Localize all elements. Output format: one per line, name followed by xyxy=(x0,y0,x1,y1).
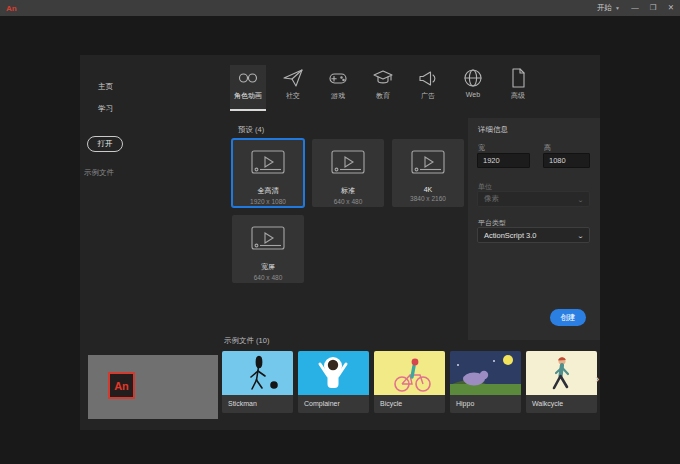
video-preset-icon xyxy=(249,225,287,259)
category-label: 游戏 xyxy=(331,91,345,101)
sample-name: Stickman xyxy=(222,395,293,413)
details-panel: 详细信息 宽 高 单位 像素 ⌄ 平台类型 ActionScript 3.0 ⌄… xyxy=(468,118,600,340)
hippo-art xyxy=(450,351,521,395)
height-label: 高 xyxy=(544,143,551,153)
width-input[interactable] xyxy=(477,153,530,168)
preset-card[interactable]: 标准 640 x 480 xyxy=(312,139,384,207)
sidebar-item-home[interactable]: 主页 xyxy=(88,79,206,95)
category-label: 社交 xyxy=(286,91,300,101)
sample-file-card[interactable]: Walkcycle xyxy=(526,351,597,413)
preset-name: 全高清 xyxy=(258,186,279,196)
preset-size: 640 x 480 xyxy=(334,198,363,205)
platform-value: ActionScript 3.0 xyxy=(484,231,537,240)
gamepad-icon xyxy=(327,67,349,89)
category-tab[interactable]: 社交 xyxy=(275,65,311,109)
stickman-art xyxy=(222,351,293,395)
megaphone-icon xyxy=(417,67,439,89)
next-samples-chevron[interactable]: › xyxy=(595,372,599,385)
preset-card[interactable]: 宽屏 640 x 480 xyxy=(232,215,304,283)
sample-file-card[interactable]: Stickman xyxy=(222,351,293,413)
document-icon xyxy=(507,67,529,89)
samples-heading: 示例文件 (10) xyxy=(224,336,269,346)
sample-file-card[interactable]: Bicycle xyxy=(374,351,445,413)
preset-grid: 全高清 1920 x 1080 标准 640 x 480 xyxy=(232,139,472,283)
sample-name: Complainer xyxy=(298,395,369,413)
maximize-button[interactable]: ❐ xyxy=(644,0,662,16)
titlebar: An 开始 ▼ — ❐ ✕ xyxy=(0,0,680,16)
units-value: 像素 xyxy=(484,194,499,204)
sample-file-row: Stickman Complainer Bicycle Hippo Walkcy… xyxy=(222,351,597,413)
sample-name: Walkcycle xyxy=(526,395,597,413)
video-preset-icon xyxy=(249,149,287,183)
preset-card[interactable]: 4K 3840 x 2160 xyxy=(392,139,464,207)
walkcycle-art xyxy=(526,351,597,395)
minimize-button[interactable]: — xyxy=(626,0,644,16)
category-label: Web xyxy=(466,91,480,98)
chevron-down-icon: ▼ xyxy=(615,5,620,11)
sidebar-samples-link[interactable]: 示例文件 xyxy=(84,168,114,178)
character-glasses-icon xyxy=(237,67,259,89)
workspace-switcher[interactable]: 开始 ▼ xyxy=(591,3,626,13)
category-label: 角色动画 xyxy=(234,91,262,101)
category-tab[interactable]: 角色动画 xyxy=(230,65,266,109)
category-tab[interactable]: 教育 xyxy=(365,65,401,109)
video-preset-icon xyxy=(409,149,447,183)
details-heading: 详细信息 xyxy=(478,125,508,135)
category-tab[interactable]: 游戏 xyxy=(320,65,356,109)
preset-card[interactable]: 全高清 1920 x 1080 xyxy=(232,139,304,207)
bicycle-art xyxy=(374,351,445,395)
globe-icon xyxy=(462,67,484,89)
sample-name: Bicycle xyxy=(374,395,445,413)
video-preset-icon xyxy=(329,149,367,183)
sample-file-card[interactable]: Complainer xyxy=(298,351,369,413)
sample-name: Hippo xyxy=(450,395,521,413)
graduation-cap-icon xyxy=(372,67,394,89)
preset-size: 3840 x 2160 xyxy=(410,195,446,202)
units-select[interactable]: 像素 ⌄ xyxy=(477,191,590,207)
preset-name: 标准 xyxy=(341,186,355,196)
complainer-art xyxy=(298,351,369,395)
width-label: 宽 xyxy=(478,143,485,153)
preset-name: 4K xyxy=(424,186,433,193)
chevron-down-icon: ⌄ xyxy=(577,196,584,203)
sidebar-item-learn[interactable]: 学习 xyxy=(88,101,206,117)
platform-select[interactable]: ActionScript 3.0 ⌄ xyxy=(477,227,590,243)
workspace-label: 开始 xyxy=(597,3,612,13)
category-label: 高级 xyxy=(511,91,525,101)
animate-logo: An xyxy=(6,4,17,13)
category-tabs: 角色动画 社交 游戏 教育 广告 Web xyxy=(230,65,536,109)
animate-window: An 开始 ▼ — ❐ ✕ 主页 学习 打开 示例文件 角色动画 xyxy=(0,0,680,464)
preset-size: 1920 x 1080 xyxy=(250,198,286,205)
category-tab[interactable]: 广告 xyxy=(410,65,446,109)
preset-name: 宽屏 xyxy=(261,262,275,272)
category-tab[interactable]: 高级 xyxy=(500,65,536,109)
close-button[interactable]: ✕ xyxy=(662,0,680,16)
category-label: 广告 xyxy=(421,91,435,101)
start-screen-panel: 主页 学习 打开 示例文件 角色动画 社交 游戏 教育 xyxy=(80,55,600,430)
sample-file-card[interactable]: Hippo xyxy=(450,351,521,413)
presets-heading: 预设 (4) xyxy=(238,125,264,135)
create-button[interactable]: 创建 xyxy=(550,309,586,326)
paper-plane-icon xyxy=(282,67,304,89)
category-tab[interactable]: Web xyxy=(455,65,491,109)
animate-app-icon: An xyxy=(108,372,135,399)
preset-size: 640 x 480 xyxy=(254,274,283,281)
promo-banner[interactable]: An xyxy=(88,355,218,419)
open-button[interactable]: 打开 xyxy=(87,136,123,152)
category-label: 教育 xyxy=(376,91,390,101)
height-input[interactable] xyxy=(543,153,590,168)
chevron-down-icon: ⌄ xyxy=(577,232,584,239)
